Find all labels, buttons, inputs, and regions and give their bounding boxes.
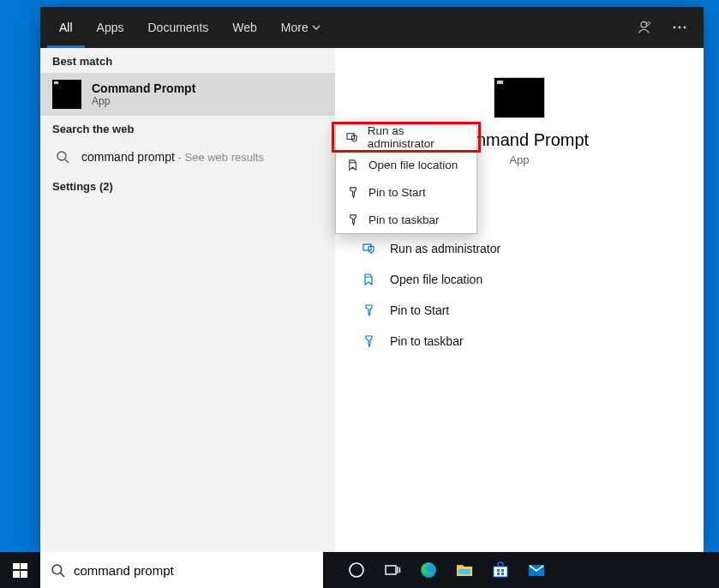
chevron-down-icon	[312, 23, 321, 32]
start-button[interactable]	[0, 552, 40, 588]
svg-line-5	[65, 159, 69, 163]
taskbar-icons	[340, 552, 553, 588]
preview-app-icon	[494, 77, 545, 118]
best-match-title: Command Prompt	[92, 81, 195, 95]
ctx-open-location[interactable]: Open file location	[336, 151, 476, 178]
results-left-pane: Best match Command Prompt App Search the…	[40, 48, 335, 552]
shield-icon	[345, 131, 361, 144]
folder-icon	[359, 273, 380, 286]
ctx-run-admin[interactable]: Run as administrator	[336, 123, 476, 151]
action-pin-start[interactable]: Pin to Start	[354, 295, 685, 326]
svg-rect-19	[494, 567, 507, 577]
windows-logo-icon	[13, 563, 27, 578]
store-icon[interactable]	[484, 552, 517, 588]
svg-rect-20	[497, 569, 500, 572]
best-match-item[interactable]: Command Prompt App	[40, 73, 335, 116]
file-explorer-icon[interactable]	[448, 552, 481, 588]
svg-line-11	[61, 573, 64, 576]
search-results-panel: All Apps Documents Web More Best match C…	[40, 7, 704, 552]
edge-icon[interactable]	[412, 552, 445, 588]
svg-point-3	[684, 27, 686, 29]
action-open-location[interactable]: Open file location	[354, 264, 685, 295]
ctx-open-location-label: Open file location	[368, 159, 458, 171]
action-pin-start-label: Pin to Start	[390, 303, 449, 317]
svg-rect-23	[501, 573, 504, 575]
taskbar	[0, 552, 719, 588]
filter-tabs-bar: All Apps Documents Web More	[40, 7, 704, 48]
svg-rect-9	[347, 133, 354, 139]
action-pin-taskbar-label: Pin to taskbar	[390, 334, 464, 348]
svg-point-12	[350, 563, 363, 577]
action-open-location-label: Open file location	[390, 273, 482, 286]
folder-icon	[345, 159, 362, 171]
section-settings[interactable]: Settings (2)	[40, 173, 335, 198]
svg-point-2	[679, 27, 681, 29]
tab-all[interactable]: All	[47, 7, 85, 48]
ctx-pin-taskbar-label: Pin to taskbar	[368, 213, 440, 226]
svg-rect-22	[497, 573, 500, 575]
pin-taskbar-icon	[345, 213, 362, 226]
tab-web[interactable]: Web	[220, 7, 269, 48]
command-prompt-icon	[52, 80, 81, 109]
taskbar-search-input[interactable]	[74, 563, 313, 578]
cortana-icon[interactable]	[340, 552, 373, 588]
svg-point-4	[57, 152, 66, 160]
ctx-pin-start[interactable]: Pin to Start	[336, 178, 476, 206]
svg-rect-18	[458, 569, 470, 574]
web-result-suffix: - See web results	[175, 151, 264, 164]
best-match-subtitle: App	[92, 95, 195, 107]
search-icon	[51, 563, 65, 578]
ctx-run-admin-label: Run as administrator	[368, 124, 468, 150]
section-best-match: Best match	[40, 48, 335, 73]
tab-more[interactable]: More	[269, 7, 333, 48]
action-run-admin[interactable]: Run as administrator	[354, 233, 685, 264]
web-result-item[interactable]: command prompt - See web results	[40, 141, 335, 173]
mail-icon[interactable]	[520, 552, 553, 588]
section-search-web: Search the web	[40, 116, 335, 141]
shield-icon	[359, 242, 380, 255]
action-run-admin-label: Run as administrator	[390, 242, 500, 255]
tab-apps[interactable]: Apps	[85, 7, 136, 48]
svg-rect-13	[386, 566, 396, 574]
action-pin-taskbar[interactable]: Pin to taskbar	[354, 326, 685, 357]
tab-documents[interactable]: Documents	[135, 7, 220, 48]
svg-rect-8	[363, 244, 371, 250]
pin-start-icon	[345, 186, 362, 199]
svg-point-10	[52, 565, 62, 574]
pin-taskbar-icon	[359, 334, 380, 348]
options-icon[interactable]	[662, 10, 697, 45]
feedback-icon[interactable]	[628, 10, 662, 45]
web-result-query: command prompt	[81, 150, 175, 164]
ctx-pin-taskbar[interactable]: Pin to taskbar	[336, 206, 476, 233]
ctx-pin-start-label: Pin to Start	[368, 186, 426, 199]
search-icon	[52, 150, 73, 164]
taskbar-search-box[interactable]	[40, 552, 323, 588]
svg-rect-21	[501, 569, 504, 572]
task-view-icon[interactable]	[376, 552, 409, 588]
tab-more-label: More	[281, 21, 309, 34]
svg-point-1	[674, 27, 676, 29]
context-menu: Run as administrator Open file location …	[335, 123, 477, 234]
pin-start-icon	[359, 303, 380, 317]
